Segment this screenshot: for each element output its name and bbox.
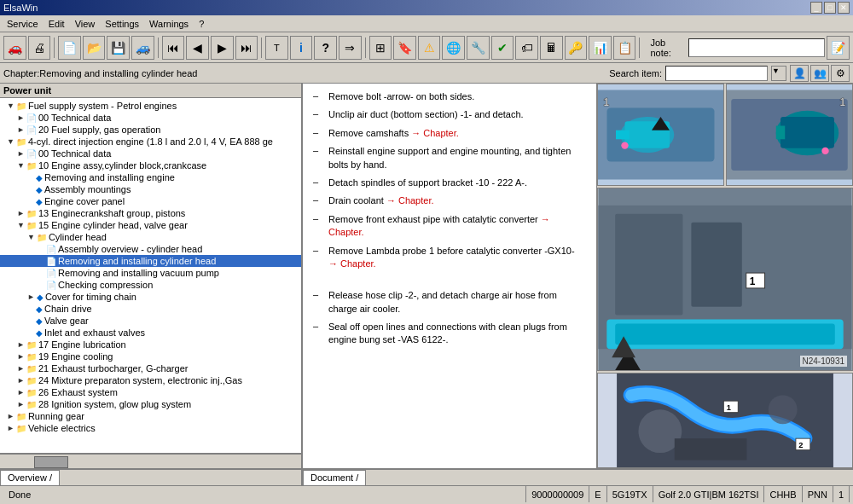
search-input[interactable] [665, 66, 768, 81]
tree-item-cover-timing[interactable]: ► ◆ Cover for timing chain [0, 291, 301, 303]
expand-icon [38, 281, 44, 289]
tree-area[interactable]: ▼ 📁 Fuel supply system - Petrol engines … [0, 98, 301, 453]
toolbar-btn-tools[interactable]: 🔧 [467, 36, 490, 60]
tree-item-running-gear[interactable]: ► 📁 Running gear [0, 410, 301, 422]
tree-item-remove-install-engine[interactable]: ◆ Removing and installing engine [0, 171, 301, 183]
toolbar-btn-prev[interactable]: ◀ [186, 36, 209, 60]
tree-item-4cyl[interactable]: ▼ 📁 4-cyl. direct injection engine (1.8 … [0, 136, 301, 148]
toolbar-btn-tag[interactable]: 🏷 [515, 36, 538, 60]
chapter-link-exhaust[interactable]: → Chapter. [328, 214, 550, 237]
main-toolbar: 🚗 🖨 📄 📂 💾 🚙 ⏮ ◀ ▶ ⏭ T i ? ⇒ ⊞ 🔖 ⚠ 🌐 🔧 ✔ … [0, 32, 853, 63]
chapter-link-lambda[interactable]: → Chapter. [328, 258, 376, 269]
toolbar-separator-4 [365, 38, 366, 58]
toolbar-btn-bookmark[interactable]: 🔖 [393, 36, 416, 60]
folder-icon: 📁 [26, 340, 37, 350]
minimize-button[interactable]: _ [810, 2, 822, 14]
tree-item-assembly-overview[interactable]: 📄 Assembly overview - cylinder head [0, 243, 301, 255]
svg-text:2: 2 [798, 441, 803, 449]
doc-text: Seal off open lines and connections with… [328, 321, 586, 347]
dash: – [313, 177, 322, 187]
toolbar-btn-first[interactable]: ⏮ [162, 36, 185, 60]
close-button[interactable]: ✕ [838, 2, 850, 14]
menu-view[interactable]: View [72, 18, 99, 30]
tree-item-24mixture[interactable]: ► 📁 24 Mixture preparaton system, electr… [0, 374, 301, 386]
person2-icon[interactable]: 👥 [810, 65, 829, 82]
tree-item-chain-drive[interactable]: ◆ Chain drive [0, 303, 301, 315]
tab-overview[interactable]: Overview / [0, 470, 60, 485]
toolbar-btn-print[interactable]: 🖨 [28, 36, 51, 60]
toolbar-btn-calc[interactable]: 🖩 [540, 36, 563, 60]
toolbar-btn-key[interactable]: 🔑 [565, 36, 588, 60]
status-code6: PNN [803, 486, 833, 502]
menu-settings[interactable]: Settings [102, 18, 142, 30]
tree-item-20fuel[interactable]: ► 📄 20 Fuel supply, gas operation [0, 124, 301, 136]
tab-document[interactable]: Document / [303, 470, 366, 485]
chapter-link-drain[interactable]: → Chapter. [386, 195, 434, 206]
tree-item-21exhaust[interactable]: ► 📁 21 Exhaust turbocharger, G-charger [0, 362, 301, 374]
toolbar-btn-warning[interactable]: ⚠ [418, 36, 441, 60]
tree-item-removing-installing-cylinder[interactable]: 📄 Removing and installing cylinder head [0, 255, 301, 267]
tree-item-15cylinder[interactable]: ▼ 📁 15 Engine cylinder head, valve gear [0, 219, 301, 231]
toolbar-btn-open[interactable]: 📂 [83, 36, 106, 60]
toolbar-btn-help[interactable]: ? [314, 36, 337, 60]
toolbar-btn-globe[interactable]: 🌐 [442, 36, 465, 60]
tree-label: Removing and installing engine [44, 172, 175, 182]
tree-label: Removing and installing vacuum pump [58, 268, 219, 278]
toolbar-btn-info[interactable]: i [290, 36, 313, 60]
toolbar-btn-last[interactable]: ⏭ [235, 36, 258, 60]
status-bar: Done 9000000009 E 5G19TX Golf 2.0 GTI|BM… [0, 485, 853, 502]
toolbar-btn-next[interactable]: ▶ [211, 36, 234, 60]
menu-warnings[interactable]: Warnings [146, 18, 192, 30]
tree-item-19cooling[interactable]: ► 📁 19 Engine cooling [0, 350, 301, 362]
tree-item-inlet-exhaust[interactable]: ◆ Inlet and exhaust valves [0, 327, 301, 339]
tree-item-vehicle-electrics[interactable]: ► 📁 Vehicle electrics [0, 422, 301, 434]
tree-item-00tech2[interactable]: ► 📄 00 Technical data [0, 148, 301, 159]
expand-icon: ▼ [27, 233, 35, 241]
settings2-icon[interactable]: ⚙ [831, 65, 850, 82]
menu-service[interactable]: Service [3, 18, 42, 30]
tree-item-fuel-supply[interactable]: ▼ 📁 Fuel supply system - Petrol engines [0, 100, 301, 112]
content-area: – Remove bolt -arrow- on both sides. – U… [303, 84, 853, 468]
person-icon[interactable]: 👤 [790, 65, 809, 82]
toolbar-btn-arrow[interactable]: ⇒ [339, 36, 362, 60]
status-code4: Golf 2.0 GTI|BM 162TSI [653, 486, 765, 502]
search-dropdown-btn[interactable]: ▼ [771, 66, 786, 81]
toolbar-btn-save[interactable]: 💾 [107, 36, 130, 60]
tree-label: Vehicle electrics [28, 423, 96, 433]
tree-item-10engine[interactable]: ▼ 📁 10 Engine assy,cylinder block,crankc… [0, 159, 301, 171]
tree-item-28ignition[interactable]: ► 📁 28 Ignition system, glow plug system [0, 398, 301, 410]
toolbar-btn-note2[interactable]: 📝 [827, 36, 850, 60]
tree-item-valve-gear[interactable]: ◆ Valve gear [0, 315, 301, 327]
menu-edit[interactable]: Edit [45, 18, 68, 30]
menu-help[interactable]: ? [195, 18, 207, 30]
toolbar-btn-grid[interactable]: ⊞ [369, 36, 392, 60]
job-note-input[interactable] [688, 38, 825, 57]
folder-icon: 📁 [26, 400, 37, 409]
doc-text: Unclip air duct (bottom section) -1- and… [328, 108, 586, 121]
tree-item-cylinder-head[interactable]: ▼ 📁 Cylinder head [0, 231, 301, 243]
tree-item-removing-vacuum[interactable]: 📄 Removing and installing vacuum pump [0, 267, 301, 279]
tree-item-00tech[interactable]: ► 📄 00 Technical data [0, 112, 301, 124]
toolbar-btn-green[interactable]: ✔ [491, 36, 514, 60]
chapter-text: Chapter:Removing and installing cylinder… [3, 68, 606, 78]
tree-item-26exhaust-sys[interactable]: ► 📁 26 Exhaust system [0, 386, 301, 398]
tree-item-checking-compression[interactable]: 📄 Checking compression [0, 279, 301, 291]
tree-item-17lubrication[interactable]: ► 📁 17 Engine lubrication [0, 339, 301, 350]
toolbar-btn-car[interactable]: 🚗 [3, 36, 26, 60]
expand-icon: ▼ [7, 137, 15, 146]
svg-point-13 [821, 148, 828, 154]
left-hscrollbar[interactable] [0, 454, 301, 468]
toolbar-btn-list[interactable]: 📋 [613, 36, 636, 60]
tree-item-engine-cover[interactable]: ◆ Engine cover panel [0, 195, 301, 207]
tree-label: Fuel supply system - Petrol engines [28, 101, 177, 111]
chapter-link[interactable]: → Chapter. [411, 128, 459, 138]
tree-item-assembly-mountings[interactable]: ◆ Assembly mountings [0, 183, 301, 195]
toolbar-btn-chart[interactable]: 📊 [589, 36, 612, 60]
folder-icon: 📁 [26, 209, 37, 218]
maximize-button[interactable]: □ [824, 2, 836, 14]
document-area[interactable]: – Remove bolt -arrow- on both sides. – U… [303, 84, 597, 468]
toolbar-btn-new[interactable]: 📄 [58, 36, 81, 60]
tree-item-13crank[interactable]: ► 📁 13 Enginecrankshaft group, pistons [0, 207, 301, 219]
toolbar-btn-car2[interactable]: 🚙 [131, 36, 154, 60]
toolbar-btn-text[interactable]: T [265, 36, 288, 60]
